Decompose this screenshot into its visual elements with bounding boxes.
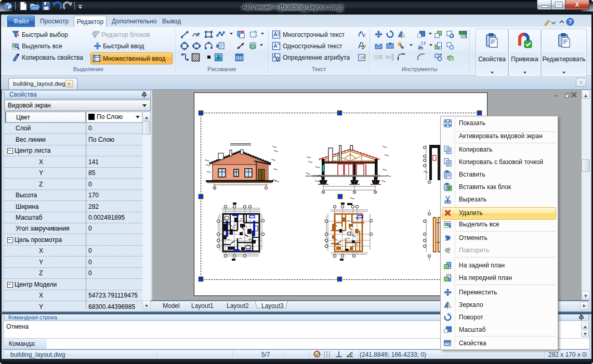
svg-text:?: ?: [569, 19, 572, 25]
